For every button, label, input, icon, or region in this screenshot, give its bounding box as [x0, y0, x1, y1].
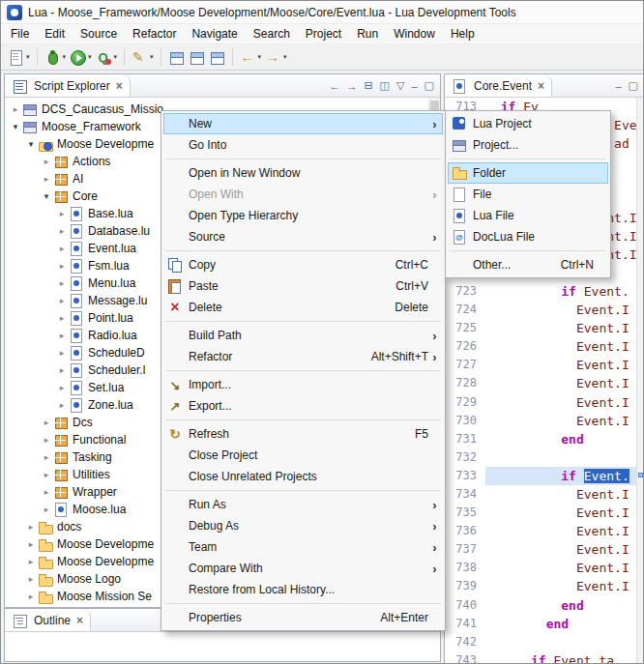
- context-menu-item-build-path[interactable]: Build Path›: [163, 325, 443, 346]
- new-submenu-item-project[interactable]: Project...: [448, 134, 608, 156]
- code-line[interactable]: 740 end: [445, 596, 636, 615]
- expanded-arrow-icon[interactable]: ▾: [40, 191, 53, 201]
- collapsed-arrow-icon[interactable]: ▸: [9, 104, 22, 114]
- collapsed-arrow-icon[interactable]: ▸: [40, 452, 53, 462]
- collapsed-arrow-icon[interactable]: ▸: [55, 348, 69, 358]
- collapsed-arrow-icon[interactable]: ▸: [55, 400, 69, 410]
- context-menu-item-source[interactable]: Source›: [163, 226, 443, 247]
- code-line[interactable]: 723 if Event.: [445, 282, 636, 301]
- dropdown-arrow-icon[interactable]: ▾: [63, 53, 67, 61]
- menu-item-source[interactable]: Source: [73, 25, 125, 43]
- context-menu-item-refresh[interactable]: RefreshF5: [163, 423, 443, 445]
- menu-item-project[interactable]: Project: [298, 25, 349, 43]
- title-bar[interactable]: Lua - Moose_Framework/Moose Development/…: [1, 1, 643, 24]
- menu-item-edit[interactable]: Edit: [37, 25, 73, 43]
- new-submenu-item-lua-file[interactable]: Lua File: [448, 205, 608, 226]
- outline-tab[interactable]: Outline ×: [5, 609, 91, 631]
- overview-ruler[interactable]: [636, 98, 644, 664]
- collapsed-arrow-icon[interactable]: ▸: [40, 470, 53, 479]
- collapsed-arrow-icon[interactable]: ▸: [55, 296, 69, 305]
- collapsed-arrow-icon[interactable]: ▸: [55, 331, 69, 340]
- menu-item-navigate[interactable]: Navigate: [184, 25, 245, 43]
- dropdown-arrow-icon[interactable]: ▾: [283, 53, 287, 61]
- context-menu-item-compare-with[interactable]: Compare With›: [163, 558, 443, 579]
- new-submenu-item-file[interactable]: File: [448, 184, 608, 205]
- code-line[interactable]: 733 if Event.: [445, 467, 636, 485]
- code-line[interactable]: 736 Event.I: [445, 522, 636, 540]
- collapsed-arrow-icon[interactable]: ▸: [24, 539, 38, 549]
- dropdown-arrow-icon[interactable]: ▾: [114, 53, 118, 61]
- new-wizard-button[interactable]: ▾: [6, 48, 32, 67]
- code-line[interactable]: 726 Event.I: [445, 337, 636, 356]
- code-line[interactable]: 734 Event.I: [445, 485, 636, 504]
- mark-occurrences-button[interactable]: ▾: [130, 48, 156, 67]
- collapsed-arrow-icon[interactable]: ▸: [55, 313, 69, 323]
- context-menu-item-team[interactable]: Team›: [163, 536, 443, 558]
- menu-item-window[interactable]: Window: [386, 25, 443, 43]
- dropdown-arrow-icon[interactable]: ▾: [26, 53, 30, 61]
- back-history-button[interactable]: ▾: [238, 48, 264, 67]
- code-line[interactable]: 725 Event.I: [445, 319, 636, 337]
- context-menu-item-debug-as[interactable]: Debug As›: [163, 515, 443, 536]
- collapsed-arrow-icon[interactable]: ▸: [55, 365, 69, 375]
- context-menu-item-properties[interactable]: PropertiesAlt+Enter: [163, 607, 443, 628]
- expanded-arrow-icon[interactable]: ▾: [24, 139, 38, 149]
- maximize-button[interactable]: ▢: [629, 79, 638, 92]
- menu-item-search[interactable]: Search: [246, 25, 298, 43]
- code-line[interactable]: 738 Event.I: [445, 559, 636, 577]
- collapsed-arrow-icon[interactable]: ▸: [40, 505, 53, 514]
- code-line[interactable]: 735 Event.I: [445, 504, 636, 522]
- code-line[interactable]: 742: [445, 633, 636, 651]
- close-outline-icon[interactable]: ×: [76, 614, 83, 627]
- view-menu-button[interactable]: ▽: [396, 79, 404, 92]
- collapsed-arrow-icon[interactable]: ▸: [55, 261, 69, 271]
- collapsed-arrow-icon[interactable]: ▸: [55, 244, 69, 253]
- collapsed-arrow-icon[interactable]: ▸: [24, 522, 38, 532]
- context-menu-item-restore-from-local-history[interactable]: Restore from Local History...: [163, 579, 443, 600]
- minimize-button[interactable]: –: [615, 80, 621, 92]
- code-line[interactable]: 741 end: [445, 615, 636, 633]
- menu-item-help[interactable]: Help: [443, 25, 483, 43]
- forward-button[interactable]: →: [346, 80, 357, 92]
- menu-item-refactor[interactable]: Refactor: [125, 25, 184, 43]
- collapsed-arrow-icon[interactable]: ▸: [55, 226, 69, 236]
- collapsed-arrow-icon[interactable]: ▸: [24, 592, 38, 601]
- collapsed-arrow-icon[interactable]: ▸: [40, 157, 53, 166]
- maximize-button[interactable]: ▢: [424, 79, 434, 92]
- code-line[interactable]: 731 end: [445, 430, 636, 448]
- external-tools-button[interactable]: ▾: [94, 48, 120, 67]
- code-line[interactable]: 743 if Event.ta: [445, 651, 636, 664]
- collapsed-arrow-icon[interactable]: ▸: [40, 487, 53, 497]
- close-editor-tab-icon[interactable]: ×: [538, 79, 544, 93]
- context-menu-item-close-unrelated-projects[interactable]: Close Unrelated Projects: [163, 466, 443, 487]
- code-line[interactable]: 729 Event.I: [445, 393, 636, 412]
- code-line[interactable]: 730 Event.I: [445, 412, 636, 430]
- context-menu-item-open-with[interactable]: Open With›: [163, 184, 443, 205]
- debug-button[interactable]: ▾: [43, 48, 69, 67]
- code-line[interactable]: 739 Event.I: [445, 577, 636, 595]
- dropdown-arrow-icon[interactable]: ▾: [88, 53, 92, 61]
- debug-view-button[interactable]: [207, 48, 227, 67]
- collapsed-arrow-icon[interactable]: ▸: [55, 278, 69, 288]
- code-line[interactable]: 737 Event.I: [445, 540, 636, 559]
- context-menu-item-new[interactable]: New›: [163, 113, 443, 134]
- context-menu-item-open-type-hierarchy[interactable]: Open Type Hierarchy: [163, 205, 443, 226]
- collapsed-arrow-icon[interactable]: ▸: [55, 209, 69, 218]
- context-menu-item-open-in-new-window[interactable]: Open in New Window: [163, 162, 443, 184]
- collapsed-arrow-icon[interactable]: ▸: [40, 418, 53, 427]
- collapsed-arrow-icon[interactable]: ▸: [40, 435, 53, 445]
- new-submenu-item-other[interactable]: Other...Ctrl+N: [448, 254, 608, 275]
- context-menu-item-close-project[interactable]: Close Project: [163, 445, 443, 466]
- close-script-explorer-icon[interactable]: ×: [116, 79, 123, 93]
- expanded-arrow-icon[interactable]: ▾: [9, 122, 22, 131]
- context-menu-item-delete[interactable]: DeleteDelete: [163, 297, 443, 318]
- collapsed-arrow-icon[interactable]: ▸: [55, 383, 69, 392]
- back-button[interactable]: ←: [329, 80, 339, 92]
- open-perspective-button[interactable]: [166, 48, 187, 67]
- code-line[interactable]: 724 Event.I: [445, 301, 636, 319]
- collapse-all-button[interactable]: ⊟: [364, 79, 372, 92]
- new-submenu-item-folder[interactable]: Folder: [448, 162, 608, 184]
- code-line[interactable]: 728 Event.I: [445, 374, 636, 392]
- forward-history-button[interactable]: ▾: [263, 48, 289, 67]
- code-line[interactable]: 727 Event.I: [445, 356, 636, 374]
